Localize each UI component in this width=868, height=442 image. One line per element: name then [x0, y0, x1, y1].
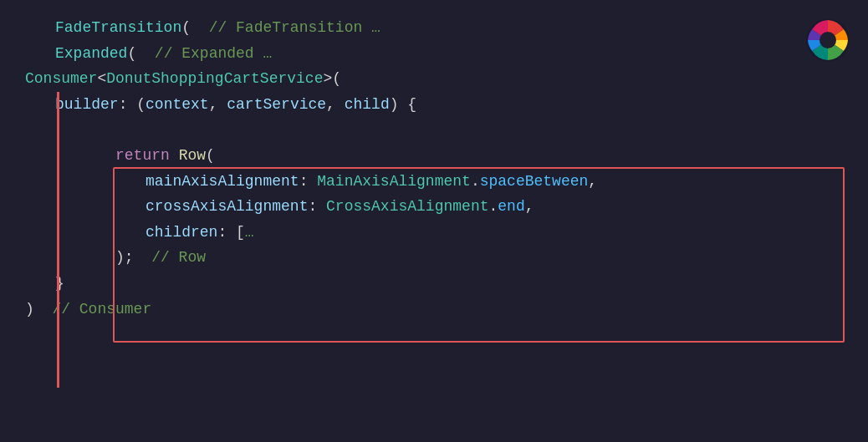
code-token: crossAxisAlignment [146, 194, 308, 220]
scope-indicator [57, 92, 59, 388]
code-line-5 [25, 117, 868, 143]
code-token: . [471, 169, 480, 195]
code-token: context [146, 92, 209, 118]
code-line-6: return Row( [25, 143, 868, 169]
code-editor: FadeTransition( // FadeTransition … Expa… [0, 0, 868, 442]
code-token: . [488, 194, 498, 220]
code-token: ( [206, 143, 215, 169]
code-line-10: ); // Row [25, 245, 868, 271]
code-token: // Consumer [52, 297, 151, 323]
code-token: , [588, 169, 597, 195]
code-line-11: } [25, 271, 868, 297]
code-token: < [97, 66, 106, 92]
code-line-4: builder: (context, cartService, child) { [25, 92, 868, 118]
code-token: child [345, 92, 390, 118]
code-token: end [498, 194, 524, 220]
code-token: >( [323, 66, 341, 92]
code-token: ( [127, 41, 154, 67]
code-token: mainAxisAlignment [146, 169, 299, 195]
svg-point-1 [819, 32, 836, 48]
code-token: CrossAxisAlignment [326, 194, 488, 220]
code-token: Expanded [55, 41, 127, 67]
code-token: MainAxisAlignment [317, 169, 471, 195]
code-line-1: FadeTransition( // FadeTransition … [25, 15, 868, 41]
code-token: children [146, 220, 217, 246]
code-token: ) { [390, 92, 416, 118]
code-line-9: children: [… [25, 220, 868, 246]
code-token: // Row [151, 245, 206, 271]
code-token: , [525, 194, 534, 220]
code-token: … [245, 220, 254, 246]
code-token: ( [181, 15, 208, 41]
code-token: spaceBetween [480, 169, 589, 195]
code-line-8: crossAxisAlignment: CrossAxisAlignment.e… [25, 194, 868, 220]
code-token: Row [179, 143, 206, 169]
code-token: : ( [119, 92, 146, 118]
code-token: cartService [227, 92, 326, 118]
code-token: , [209, 92, 227, 118]
code-line-3: Consumer<DonutShoppingCartService>( [25, 66, 868, 92]
code-token: Consumer [25, 66, 97, 92]
code-token: // FadeTransition … [209, 15, 380, 41]
code-token: builder [55, 92, 119, 118]
code-token: FadeTransition [55, 15, 181, 41]
code-token: // Expanded … [155, 41, 272, 67]
code-token: : [308, 194, 326, 220]
code-line-12: ) // Consumer [25, 297, 868, 323]
code-token: ) [25, 297, 52, 323]
code-token: DonutShoppingCartService [106, 66, 323, 92]
code-token: : [299, 169, 318, 195]
code-line-7: mainAxisAlignment: MainAxisAlignment.spa… [25, 169, 868, 195]
color-wheel-icon[interactable] [806, 18, 850, 62]
code-line-2: Expanded( // Expanded … [25, 41, 868, 67]
code-token: , [326, 92, 345, 118]
code-token: return [115, 143, 179, 169]
code-token: ); [115, 245, 151, 271]
code-token: : [ [217, 220, 244, 246]
